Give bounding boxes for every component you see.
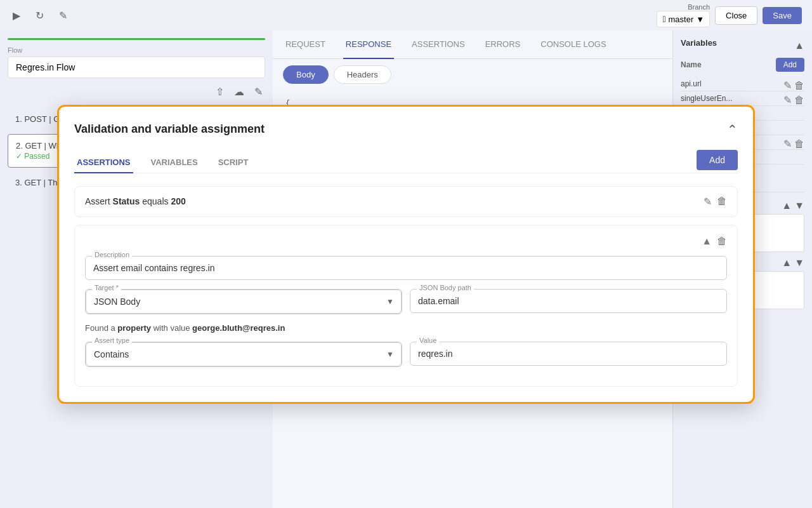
target-path-row: Target * JSON Body Header Status Code ▼ … [85, 289, 727, 314]
modal-close-button[interactable]: ⌃ [727, 122, 738, 137]
modal-title: Validation and variable assignment [74, 123, 265, 136]
target-select[interactable]: JSON Body Header Status Code [86, 290, 402, 314]
assert-type-value-row: Assert type Contains Equals Not equals E… [85, 342, 727, 367]
modal: Validation and variable assignment ⌃ ASS… [57, 105, 755, 404]
value-input[interactable] [410, 342, 726, 365]
assertion-text: Assert Status equals 200 [85, 196, 186, 206]
description-legend: Description [92, 251, 132, 258]
assertion-actions: ✎ 🗑 [704, 196, 727, 208]
assert-status-value: 200 [171, 196, 185, 206]
found-value-label: george.bluth@reqres.in [192, 323, 285, 333]
value-field-group: Value [410, 342, 727, 367]
assert-type-legend: Assert type [92, 337, 132, 344]
json-path-wrapper: JSON Body path [410, 289, 727, 313]
json-path-legend: JSON Body path [417, 284, 474, 291]
modal-tab-group: ASSERTIONS VARIABLES SCRIPT [74, 152, 251, 173]
assert-type-select[interactable]: Contains Equals Not equals Exists [86, 342, 402, 366]
assertion-2-actions: ▲ 🗑 [702, 236, 727, 247]
value-wrapper: Value [410, 342, 727, 366]
found-property-label: property [117, 323, 151, 333]
description-input[interactable] [86, 257, 726, 279]
description-wrapper: Description [85, 256, 727, 280]
json-path-input[interactable] [410, 290, 726, 312]
assertion-expanded: ▲ 🗑 Description Target * JSON Body [74, 225, 738, 387]
delete-assertion-icon[interactable]: 🗑 [717, 196, 727, 208]
edit-assertion-icon[interactable]: ✎ [704, 196, 712, 208]
assertion-expanded-header: ▲ 🗑 [85, 236, 727, 247]
assert-type-wrapper: Assert type Contains Equals Not equals E… [85, 342, 402, 367]
json-path-field-group: JSON Body path [410, 289, 727, 314]
assertion-simple: Assert Status equals 200 ✎ 🗑 [74, 186, 738, 217]
assert-status-label: Status [113, 196, 140, 206]
modal-header: Validation and variable assignment ⌃ [74, 122, 738, 137]
tab-modal-assertions[interactable]: ASSERTIONS [74, 152, 133, 173]
delete-assertion-2-icon[interactable]: 🗑 [717, 236, 727, 247]
target-field-group: Target * JSON Body Header Status Code ▼ [85, 289, 402, 314]
assert-type-field-group: Assert type Contains Equals Not equals E… [85, 342, 402, 367]
tab-modal-variables[interactable]: VARIABLES [148, 152, 200, 173]
value-legend: Value [417, 337, 439, 344]
modal-overlay: Validation and variable assignment ⌃ ASS… [0, 0, 812, 508]
target-wrapper: Target * JSON Body Header Status Code ▼ [85, 289, 402, 314]
found-text: Found a property with value george.bluth… [85, 323, 727, 333]
target-legend: Target * [92, 284, 121, 291]
tab-modal-script[interactable]: SCRIPT [216, 152, 251, 173]
add-assertion-button[interactable]: Add [697, 150, 738, 170]
modal-tabs: ASSERTIONS VARIABLES SCRIPT Add [74, 150, 738, 173]
description-field-group: Description [85, 256, 727, 280]
collapse-assertion-icon[interactable]: ▲ [702, 236, 712, 247]
